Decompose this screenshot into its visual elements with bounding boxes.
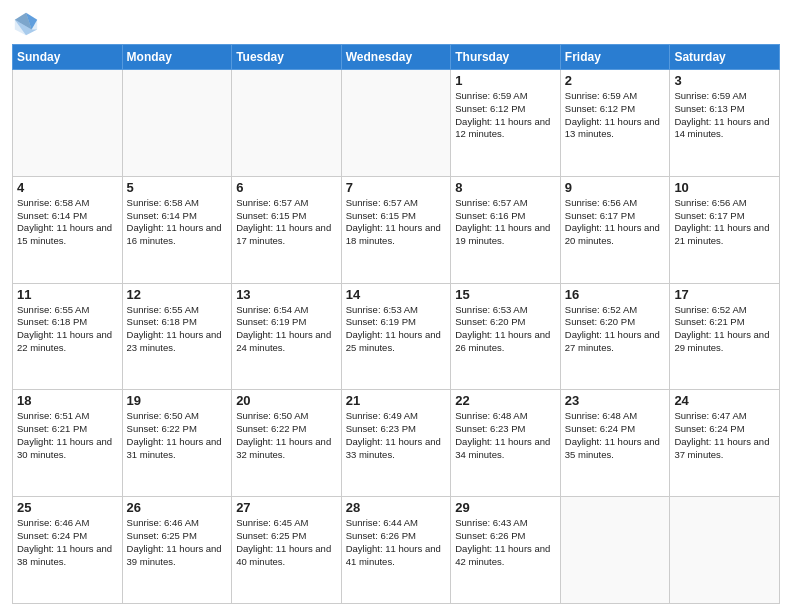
day-info: Sunrise: 6:43 AM Sunset: 6:26 PM Dayligh… <box>455 517 556 568</box>
day-number: 19 <box>127 393 228 408</box>
calendar-cell: 21Sunrise: 6:49 AM Sunset: 6:23 PM Dayli… <box>341 390 451 497</box>
calendar-cell: 3Sunrise: 6:59 AM Sunset: 6:13 PM Daylig… <box>670 70 780 177</box>
weekday-header-tuesday: Tuesday <box>232 45 342 70</box>
day-number: 5 <box>127 180 228 195</box>
calendar-cell <box>560 497 670 604</box>
calendar-cell: 13Sunrise: 6:54 AM Sunset: 6:19 PM Dayli… <box>232 283 342 390</box>
day-number: 2 <box>565 73 666 88</box>
day-number: 27 <box>236 500 337 515</box>
day-number: 12 <box>127 287 228 302</box>
day-info: Sunrise: 6:48 AM Sunset: 6:23 PM Dayligh… <box>455 410 556 461</box>
day-info: Sunrise: 6:56 AM Sunset: 6:17 PM Dayligh… <box>565 197 666 248</box>
day-info: Sunrise: 6:46 AM Sunset: 6:25 PM Dayligh… <box>127 517 228 568</box>
day-info: Sunrise: 6:57 AM Sunset: 6:15 PM Dayligh… <box>346 197 447 248</box>
calendar-cell: 27Sunrise: 6:45 AM Sunset: 6:25 PM Dayli… <box>232 497 342 604</box>
calendar-cell: 22Sunrise: 6:48 AM Sunset: 6:23 PM Dayli… <box>451 390 561 497</box>
day-number: 28 <box>346 500 447 515</box>
calendar-table: SundayMondayTuesdayWednesdayThursdayFrid… <box>12 44 780 604</box>
calendar-cell: 4Sunrise: 6:58 AM Sunset: 6:14 PM Daylig… <box>13 176 123 283</box>
week-row-3: 18Sunrise: 6:51 AM Sunset: 6:21 PM Dayli… <box>13 390 780 497</box>
calendar-cell: 8Sunrise: 6:57 AM Sunset: 6:16 PM Daylig… <box>451 176 561 283</box>
day-info: Sunrise: 6:51 AM Sunset: 6:21 PM Dayligh… <box>17 410 118 461</box>
day-number: 4 <box>17 180 118 195</box>
day-info: Sunrise: 6:48 AM Sunset: 6:24 PM Dayligh… <box>565 410 666 461</box>
day-info: Sunrise: 6:58 AM Sunset: 6:14 PM Dayligh… <box>127 197 228 248</box>
day-info: Sunrise: 6:59 AM Sunset: 6:12 PM Dayligh… <box>455 90 556 141</box>
calendar-cell: 11Sunrise: 6:55 AM Sunset: 6:18 PM Dayli… <box>13 283 123 390</box>
day-number: 23 <box>565 393 666 408</box>
week-row-0: 1Sunrise: 6:59 AM Sunset: 6:12 PM Daylig… <box>13 70 780 177</box>
week-row-2: 11Sunrise: 6:55 AM Sunset: 6:18 PM Dayli… <box>13 283 780 390</box>
calendar-cell: 24Sunrise: 6:47 AM Sunset: 6:24 PM Dayli… <box>670 390 780 497</box>
calendar-cell: 15Sunrise: 6:53 AM Sunset: 6:20 PM Dayli… <box>451 283 561 390</box>
day-info: Sunrise: 6:44 AM Sunset: 6:26 PM Dayligh… <box>346 517 447 568</box>
day-number: 9 <box>565 180 666 195</box>
day-number: 17 <box>674 287 775 302</box>
calendar-cell <box>232 70 342 177</box>
day-info: Sunrise: 6:59 AM Sunset: 6:12 PM Dayligh… <box>565 90 666 141</box>
weekday-header-friday: Friday <box>560 45 670 70</box>
day-number: 22 <box>455 393 556 408</box>
day-number: 14 <box>346 287 447 302</box>
calendar-cell <box>13 70 123 177</box>
day-info: Sunrise: 6:57 AM Sunset: 6:15 PM Dayligh… <box>236 197 337 248</box>
day-number: 11 <box>17 287 118 302</box>
calendar-cell: 26Sunrise: 6:46 AM Sunset: 6:25 PM Dayli… <box>122 497 232 604</box>
calendar-cell: 5Sunrise: 6:58 AM Sunset: 6:14 PM Daylig… <box>122 176 232 283</box>
day-info: Sunrise: 6:52 AM Sunset: 6:20 PM Dayligh… <box>565 304 666 355</box>
calendar-cell: 17Sunrise: 6:52 AM Sunset: 6:21 PM Dayli… <box>670 283 780 390</box>
day-info: Sunrise: 6:55 AM Sunset: 6:18 PM Dayligh… <box>127 304 228 355</box>
weekday-header-row: SundayMondayTuesdayWednesdayThursdayFrid… <box>13 45 780 70</box>
calendar-cell: 29Sunrise: 6:43 AM Sunset: 6:26 PM Dayli… <box>451 497 561 604</box>
week-row-1: 4Sunrise: 6:58 AM Sunset: 6:14 PM Daylig… <box>13 176 780 283</box>
day-number: 24 <box>674 393 775 408</box>
day-info: Sunrise: 6:49 AM Sunset: 6:23 PM Dayligh… <box>346 410 447 461</box>
page: SundayMondayTuesdayWednesdayThursdayFrid… <box>0 0 792 612</box>
day-number: 6 <box>236 180 337 195</box>
day-info: Sunrise: 6:45 AM Sunset: 6:25 PM Dayligh… <box>236 517 337 568</box>
weekday-header-thursday: Thursday <box>451 45 561 70</box>
day-number: 26 <box>127 500 228 515</box>
day-number: 8 <box>455 180 556 195</box>
calendar-cell: 10Sunrise: 6:56 AM Sunset: 6:17 PM Dayli… <box>670 176 780 283</box>
day-info: Sunrise: 6:53 AM Sunset: 6:20 PM Dayligh… <box>455 304 556 355</box>
day-number: 20 <box>236 393 337 408</box>
day-number: 21 <box>346 393 447 408</box>
calendar-cell: 9Sunrise: 6:56 AM Sunset: 6:17 PM Daylig… <box>560 176 670 283</box>
weekday-header-saturday: Saturday <box>670 45 780 70</box>
day-info: Sunrise: 6:55 AM Sunset: 6:18 PM Dayligh… <box>17 304 118 355</box>
day-number: 25 <box>17 500 118 515</box>
day-info: Sunrise: 6:53 AM Sunset: 6:19 PM Dayligh… <box>346 304 447 355</box>
weekday-header-wednesday: Wednesday <box>341 45 451 70</box>
calendar-cell: 12Sunrise: 6:55 AM Sunset: 6:18 PM Dayli… <box>122 283 232 390</box>
header <box>12 10 780 38</box>
calendar-cell: 1Sunrise: 6:59 AM Sunset: 6:12 PM Daylig… <box>451 70 561 177</box>
calendar-cell: 18Sunrise: 6:51 AM Sunset: 6:21 PM Dayli… <box>13 390 123 497</box>
calendar-cell: 2Sunrise: 6:59 AM Sunset: 6:12 PM Daylig… <box>560 70 670 177</box>
day-number: 16 <box>565 287 666 302</box>
calendar-cell: 16Sunrise: 6:52 AM Sunset: 6:20 PM Dayli… <box>560 283 670 390</box>
calendar-cell: 23Sunrise: 6:48 AM Sunset: 6:24 PM Dayli… <box>560 390 670 497</box>
logo <box>12 10 44 38</box>
calendar-cell <box>670 497 780 604</box>
day-info: Sunrise: 6:58 AM Sunset: 6:14 PM Dayligh… <box>17 197 118 248</box>
day-number: 1 <box>455 73 556 88</box>
day-info: Sunrise: 6:50 AM Sunset: 6:22 PM Dayligh… <box>236 410 337 461</box>
day-info: Sunrise: 6:47 AM Sunset: 6:24 PM Dayligh… <box>674 410 775 461</box>
day-info: Sunrise: 6:56 AM Sunset: 6:17 PM Dayligh… <box>674 197 775 248</box>
day-info: Sunrise: 6:50 AM Sunset: 6:22 PM Dayligh… <box>127 410 228 461</box>
day-info: Sunrise: 6:59 AM Sunset: 6:13 PM Dayligh… <box>674 90 775 141</box>
weekday-header-monday: Monday <box>122 45 232 70</box>
calendar-cell: 25Sunrise: 6:46 AM Sunset: 6:24 PM Dayli… <box>13 497 123 604</box>
calendar-cell: 28Sunrise: 6:44 AM Sunset: 6:26 PM Dayli… <box>341 497 451 604</box>
calendar-cell: 7Sunrise: 6:57 AM Sunset: 6:15 PM Daylig… <box>341 176 451 283</box>
weekday-header-sunday: Sunday <box>13 45 123 70</box>
day-number: 10 <box>674 180 775 195</box>
day-number: 29 <box>455 500 556 515</box>
day-number: 13 <box>236 287 337 302</box>
calendar-cell: 20Sunrise: 6:50 AM Sunset: 6:22 PM Dayli… <box>232 390 342 497</box>
calendar-cell <box>341 70 451 177</box>
day-info: Sunrise: 6:54 AM Sunset: 6:19 PM Dayligh… <box>236 304 337 355</box>
calendar-cell: 14Sunrise: 6:53 AM Sunset: 6:19 PM Dayli… <box>341 283 451 390</box>
day-number: 18 <box>17 393 118 408</box>
